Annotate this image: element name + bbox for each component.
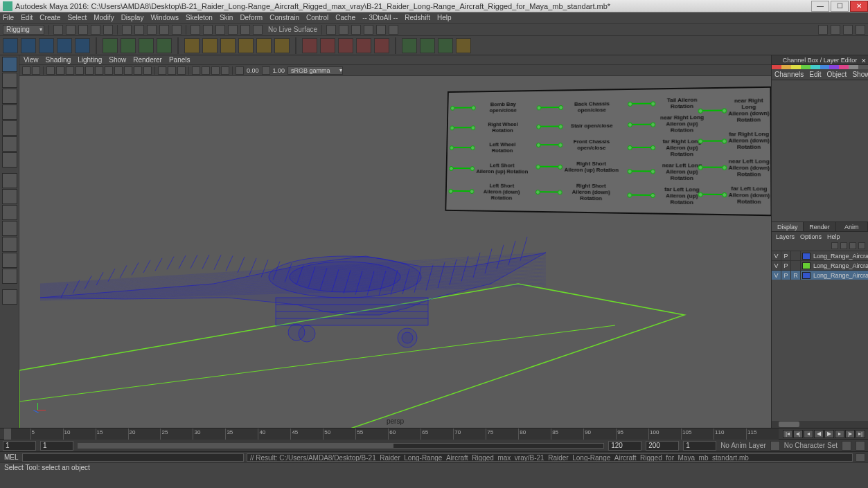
- layout-graph-icon[interactable]: [2, 269, 17, 284]
- channel-tab-show[interactable]: Show: [852, 71, 868, 78]
- anim-layer-icon[interactable]: [770, 441, 780, 451]
- layer-menu-help[interactable]: Help: [827, 233, 840, 240]
- rig-slider-0-1[interactable]: Right WheelRotation: [452, 121, 529, 134]
- file-open-icon[interactable]: [66, 25, 76, 35]
- layout-two-h-icon[interactable]: [2, 205, 17, 220]
- shelf-btn-16[interactable]: [302, 38, 317, 53]
- panel-layout-3-icon[interactable]: [843, 25, 853, 35]
- move-tool-icon[interactable]: [2, 105, 17, 120]
- paint-select-tool-icon[interactable]: [2, 89, 17, 104]
- select-tool-icon[interactable]: [2, 57, 17, 72]
- play-back-icon[interactable]: ◀: [814, 430, 824, 438]
- shelf-btn-24[interactable]: [456, 38, 471, 53]
- shelf-btn-8[interactable]: [139, 38, 154, 53]
- rig-slider-1-4[interactable]: Right ShortAileron (down) Rotation: [538, 182, 619, 201]
- step-back-key-icon[interactable]: ◂|: [793, 430, 803, 438]
- step-back-icon[interactable]: ◂: [804, 430, 813, 438]
- step-fwd-key-icon[interactable]: |▸: [845, 430, 855, 438]
- snap-plane-icon[interactable]: [228, 25, 238, 35]
- vp-menu-shading[interactable]: Shading: [46, 56, 71, 64]
- channel-tab-edit[interactable]: Edit: [809, 71, 821, 78]
- menu-select[interactable]: Select: [67, 14, 87, 21]
- layout-more-icon[interactable]: [2, 289, 17, 305]
- go-end-icon[interactable]: ▸|: [856, 430, 865, 438]
- rig-slider-1-3[interactable]: Right ShortAileron (up) Rotation: [538, 161, 619, 173]
- rig-slider-3-3[interactable]: far Left LongAileron (down) Rotation: [700, 185, 770, 205]
- sel-mode-hier-icon[interactable]: [122, 25, 132, 35]
- ipr-icon[interactable]: [351, 25, 361, 35]
- layout-persp-icon[interactable]: [2, 253, 17, 268]
- shelf-btn-18[interactable]: [338, 38, 353, 53]
- character-set-combo[interactable]: No Character Set: [784, 442, 838, 449]
- shelf-btn-11[interactable]: [202, 38, 218, 53]
- panel-layout-2-icon[interactable]: [831, 25, 840, 35]
- range-end-field[interactable]: 200: [646, 441, 679, 451]
- vp-iso-4-icon[interactable]: [221, 66, 229, 75]
- layer-tab-anim[interactable]: Anim: [836, 222, 868, 231]
- menu-edit[interactable]: Edit: [21, 14, 33, 21]
- shelf-btn-22[interactable]: [420, 38, 435, 53]
- history-toggle-icon[interactable]: [326, 25, 336, 35]
- shelf-btn-10[interactable]: [184, 38, 200, 53]
- layer-up-icon[interactable]: [840, 242, 847, 249]
- prefs-icon[interactable]: [856, 441, 865, 451]
- time-slider[interactable]: 1510152025303540455055606570758085909510…: [0, 428, 868, 439]
- rig-slider-2-1[interactable]: near Right LongAileron (up) Rotation: [630, 114, 707, 134]
- vp-menu-lighting[interactable]: Lighting: [78, 56, 102, 64]
- vp-shade-6-icon[interactable]: [95, 66, 103, 75]
- layer-hscrollbar[interactable]: [772, 421, 868, 428]
- vp-shade-8-icon[interactable]: [114, 66, 123, 75]
- rig-slider-3-2[interactable]: near Left LongAileron (down) Rotation: [700, 158, 770, 177]
- rig-slider-1-1[interactable]: Stair open/close: [538, 123, 619, 129]
- shelf-btn-19[interactable]: [356, 38, 371, 53]
- render-icon[interactable]: [339, 25, 348, 35]
- shelf-btn-17[interactable]: [320, 38, 335, 53]
- menu-skeleton[interactable]: Skeleton: [186, 14, 213, 21]
- menu--3dtoall-[interactable]: -- 3DtoAll --: [362, 14, 398, 21]
- rig-slider-2-4[interactable]: far Left LongAileron (up) Rotation: [629, 186, 707, 206]
- shelf-btn-21[interactable]: [402, 38, 417, 53]
- vp-light-3-icon[interactable]: [177, 66, 186, 75]
- undo-icon[interactable]: [91, 25, 100, 35]
- vp-shade-3-icon[interactable]: [66, 66, 74, 75]
- menu-modify[interactable]: Modify: [94, 14, 114, 21]
- layer-row[interactable]: VPRLong_Range_Aircraft_B_2: [772, 270, 868, 280]
- shelf-btn-15[interactable]: [274, 38, 290, 53]
- sel-mask-1-icon[interactable]: [159, 25, 169, 35]
- layer-row[interactable]: VPLong_Range_Aircraft_B: [772, 251, 868, 260]
- viewport-persp[interactable]: Bomb Bayopen/closeRight WheelRotationLef…: [19, 76, 771, 428]
- menu-windows[interactable]: Windows: [150, 14, 179, 21]
- panel-close-icon[interactable]: ✕: [861, 56, 867, 66]
- rig-slider-1-2[interactable]: Front Chassisopen/close: [538, 138, 619, 151]
- vp-shade-1-icon[interactable]: [46, 66, 55, 75]
- vp-menu-show[interactable]: Show: [109, 56, 126, 64]
- shelf-btn-13[interactable]: [238, 38, 254, 53]
- menu-constrain[interactable]: Constrain: [269, 14, 299, 21]
- step-fwd-icon[interactable]: ▸: [835, 430, 844, 438]
- vp-shade-5-icon[interactable]: [85, 66, 94, 75]
- play-fwd-icon[interactable]: ▶: [824, 430, 834, 438]
- layer-del-icon[interactable]: [858, 242, 865, 249]
- layer-tab-display[interactable]: Display: [772, 222, 804, 231]
- layer-down-icon[interactable]: [849, 242, 856, 249]
- menu-create[interactable]: Create: [39, 14, 60, 21]
- rig-slider-0-3[interactable]: Left ShortAileron (up) Rotation: [451, 162, 529, 174]
- vp-menu-renderer[interactable]: Renderer: [133, 56, 162, 64]
- window-maximize-button[interactable]: ☐: [831, 1, 849, 12]
- rlayer-icon[interactable]: [389, 25, 398, 35]
- rig-slider-1-0[interactable]: Back Chassisopen/close: [538, 100, 619, 114]
- menu-file[interactable]: File: [3, 14, 14, 21]
- layout-four-icon[interactable]: [2, 189, 17, 204]
- rig-slider-0-0[interactable]: Bomb Bayopen/close: [452, 101, 530, 114]
- shelf-btn-14[interactable]: [256, 38, 272, 53]
- window-minimize-button[interactable]: —: [811, 1, 829, 12]
- rig-control-panel[interactable]: Bomb Bayopen/closeRight WheelRotationLef…: [445, 87, 771, 216]
- file-save-icon[interactable]: [78, 25, 88, 35]
- range-start-field[interactable]: 1: [3, 441, 36, 451]
- sel-mode-comp-icon[interactable]: [147, 25, 157, 35]
- anim-layer-combo[interactable]: No Anim Layer: [720, 442, 766, 449]
- shelf-btn-1[interactable]: [3, 38, 18, 53]
- layout-outliner-icon[interactable]: [2, 237, 17, 252]
- vp-colorspace-combo[interactable]: sRGB gamma▾: [287, 66, 343, 75]
- current-frame-field[interactable]: 1: [683, 441, 716, 451]
